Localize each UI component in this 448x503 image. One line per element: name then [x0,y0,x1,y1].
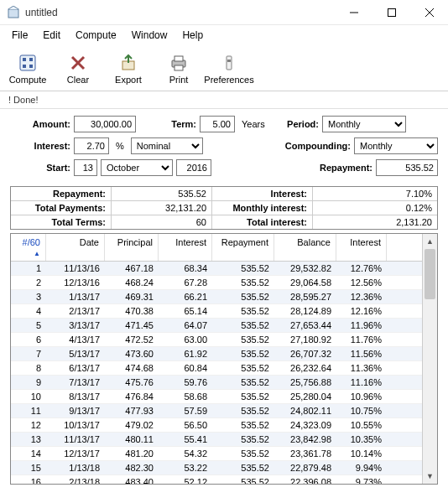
export-icon [118,53,138,73]
menu-compute[interactable]: Compute [69,27,123,44]
scroll-up-icon[interactable]: ▲ [423,234,437,249]
sum-monthint-label: Monthly interest: [212,201,313,215]
cell-balance: 26,707.32 [274,347,336,360]
menu-file[interactable]: File [5,27,34,44]
repayment-input[interactable] [376,159,438,176]
cell-interest: 64.07 [159,319,212,332]
table-row[interactable]: 64/13/17472.5263.00535.5227,180.9211.76% [11,333,422,347]
cell-repayment: 535.52 [212,319,274,332]
cell-repayment: 535.52 [212,361,274,375]
cell-balance: 25,756.88 [274,376,336,389]
start-year-input[interactable] [176,159,211,176]
minimize-button[interactable] [335,0,372,25]
cell-principal: 483.40 [105,475,159,484]
start-month-select[interactable]: October [101,159,173,176]
interest-type-select[interactable]: Nominal [131,137,203,154]
cell-interest2: 10.96% [336,390,387,403]
menu-help[interactable]: Help [175,27,210,44]
maximize-button[interactable] [372,0,410,25]
sum-totint-value: 2,131.20 [313,215,437,229]
col-date[interactable]: Date [46,234,105,261]
table-row[interactable]: 31/13/17469.3166.21535.5228,595.2712.36% [11,290,422,304]
col-n[interactable]: #/60 ▲ [11,234,46,261]
app-icon [7,6,20,19]
scrollbar[interactable]: ▲ ▼ [422,234,437,484]
term-input[interactable] [200,116,235,132]
amount-input[interactable] [74,116,136,132]
menu-edit[interactable]: Edit [36,27,67,44]
table-row[interactable]: 119/13/17477.9357.59535.5224,802.1110.75… [11,404,422,418]
table-row[interactable]: 108/13/17476.8458.68535.5225,280.0410.96… [11,390,422,404]
cell-repayment: 535.52 [212,404,274,417]
table-row[interactable]: 1210/13/17479.0256.50535.5224,323.0910.5… [11,418,422,433]
cell-n: 10 [11,390,46,403]
sum-monthint-value: 0.12% [313,201,437,215]
term-label: Term: [139,119,196,129]
table-row[interactable]: 151/13/18482.3053.22535.5222,879.489.94% [11,461,422,475]
cell-date: 1/13/18 [46,461,105,474]
cell-interest: 59.76 [159,376,212,389]
cell-interest2: 9.94% [336,461,387,474]
sum-int-value: 7.10% [313,187,437,200]
scroll-down-icon[interactable]: ▼ [423,469,437,484]
svg-rect-2 [388,8,395,16]
cell-date: 9/13/17 [46,404,105,417]
cell-interest2: 10.35% [336,433,387,446]
table-row[interactable]: 111/13/16467.1868.34535.5229,532.8212.76… [11,262,422,276]
cell-interest2: 10.55% [336,418,387,432]
cell-repayment: 535.52 [212,304,274,318]
table-row[interactable]: 75/13/17473.6061.92535.5226,707.3211.56% [11,347,422,361]
compounding-select[interactable]: Monthly [354,137,438,154]
col-balance[interactable]: Balance [274,234,336,261]
cell-principal: 477.93 [105,404,159,417]
close-button[interactable] [410,0,448,25]
clear-label: Clear [67,75,89,85]
col-interest2[interactable]: Interest [336,234,387,261]
interest-input[interactable] [74,137,109,154]
cell-interest: 65.14 [159,304,212,318]
table-row[interactable]: 97/13/17475.7659.76535.5225,756.8811.16% [11,376,422,390]
table-row[interactable]: 212/13/16468.2467.28535.5229,064.5812.56… [11,276,422,290]
cell-repayment: 535.52 [212,418,274,432]
table-body[interactable]: 111/13/16467.1868.34535.5229,532.8212.76… [11,262,422,484]
cell-balance: 25,280.04 [274,390,336,403]
compute-button[interactable]: Compute [5,49,50,89]
cell-principal: 476.84 [105,390,159,403]
table-row[interactable]: 1311/13/17480.1155.41535.5223,842.9810.3… [11,433,422,447]
table-row[interactable]: 53/13/17471.4564.07535.5227,653.4411.96% [11,319,422,333]
sum-int-label: Interest: [212,187,313,200]
table-row[interactable]: 42/13/17470.3865.14535.5228,124.8912.16% [11,304,422,319]
cell-date: 5/13/17 [46,347,105,360]
print-button[interactable]: Print [156,49,201,89]
preferences-icon [219,53,239,73]
cell-interest: 61.92 [159,347,212,360]
period-select[interactable]: Monthly [322,116,406,132]
menu-window[interactable]: Window [125,27,175,44]
preferences-button[interactable]: Preferences [206,49,252,89]
table-row[interactable]: 1412/13/17481.2054.32535.5223,361.7810.1… [11,447,422,461]
col-repayment[interactable]: Repayment [212,234,274,261]
table-row[interactable]: 162/13/18483.4052.12535.5222,396.089.73% [11,475,422,484]
cell-repayment: 535.52 [212,475,274,484]
summary-table: Repayment: 535.52 Interest: 7.10% Total … [10,186,438,230]
cell-date: 8/13/17 [46,390,105,403]
cell-interest2: 11.36% [336,361,387,375]
start-day-input[interactable] [74,159,97,176]
period-label: Period: [272,119,319,129]
cell-date: 11/13/16 [46,262,105,275]
cell-repayment: 535.52 [212,333,274,346]
export-button[interactable]: Export [106,49,151,89]
cell-balance: 24,323.09 [274,418,336,432]
scroll-thumb[interactable] [425,249,435,299]
sum-repay-label: Repayment: [11,187,112,200]
export-label: Export [115,75,142,85]
clear-button[interactable]: Clear [55,49,101,89]
cell-interest: 55.41 [159,433,212,446]
cell-repayment: 535.52 [212,290,274,303]
col-principal[interactable]: Principal [105,234,159,261]
cell-principal: 473.60 [105,347,159,360]
col-interest[interactable]: Interest [159,234,212,261]
cell-date: 7/13/17 [46,376,105,389]
cell-interest2: 11.96% [336,319,387,332]
table-row[interactable]: 86/13/17474.6860.84535.5226,232.6411.36% [11,361,422,376]
